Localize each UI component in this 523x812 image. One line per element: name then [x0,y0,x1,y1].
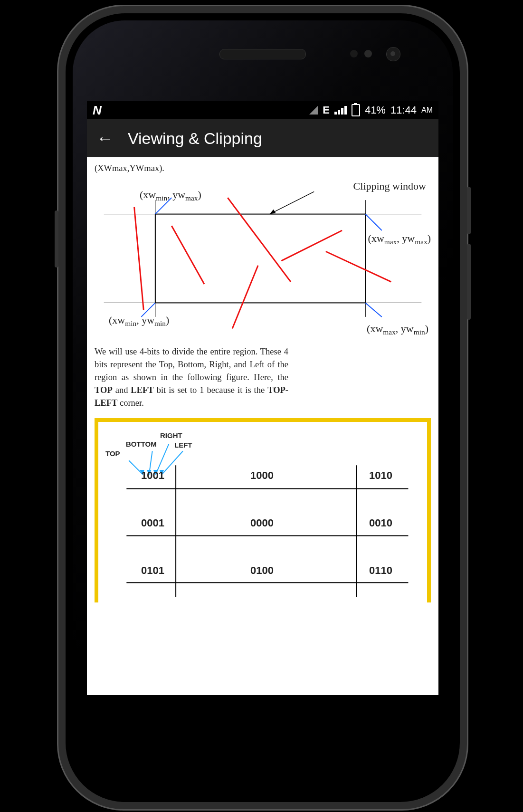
region-codes-figure: TOP BOTTOM RIGHT LEFT 1001 1000 1010 000… [95,418,431,602]
clock-ampm: AM [421,106,433,115]
sensor-dot [364,50,372,57]
page-title: Viewing & Clipping [128,129,262,148]
stage: N E 41% 11:44 AM [0,0,523,812]
partial-text: (XWmax,YWmax). [95,162,431,175]
bit-label-right: RIGHT [160,431,182,439]
phone-frame: N E 41% 11:44 AM [57,5,468,811]
code-tr: 1010 [369,469,392,482]
blank-area [95,602,431,669]
code-mc: 0000 [250,517,274,529]
svg-line-5 [134,207,144,310]
corner-bl-label: (xwmin, ywmin) [109,314,169,328]
code-tc: 1000 [250,469,274,482]
clipping-window-label: Clipping window [353,180,426,192]
document-content[interactable]: (XWmax,YWmax). [87,157,438,669]
bit-label-left: LEFT [174,441,192,449]
clock-time: 11:44 [390,104,417,116]
front-camera [386,47,400,61]
signal-empty-icon [309,106,318,115]
code-bl: 0101 [141,564,164,577]
phone-glass: N E 41% 11:44 AM [73,20,453,795]
svg-rect-4 [155,214,365,303]
battery-level: 41% [365,104,386,116]
side-button [467,244,471,320]
svg-line-15 [270,191,314,214]
code-ml: 0001 [141,517,164,529]
svg-marker-16 [270,210,276,214]
code-bc: 0100 [250,564,274,577]
sensor-dot [350,50,358,57]
svg-line-14 [365,303,381,317]
battery-icon [352,104,360,116]
phone-bezel: N E 41% 11:44 AM [66,13,460,802]
screen: N E 41% 11:44 AM [87,101,438,695]
app-bar: ← Viewing & Clipping [87,119,438,157]
side-button [55,210,58,267]
side-button [467,187,471,234]
bit-label-bottom: BOTTOM [126,440,157,448]
svg-line-7 [228,198,291,282]
signal-bars-icon [334,106,347,115]
svg-line-12 [365,214,381,230]
code-tl: 1001 [141,469,164,482]
back-button[interactable]: ← [96,130,114,147]
svg-line-8 [232,266,258,329]
svg-line-6 [171,226,204,284]
svg-line-9 [281,230,342,261]
clipping-window-figure: Clipping window (xwmin, ywmax) (xwmax, y… [95,180,431,337]
svg-line-10 [326,251,391,282]
corner-tr-label: (xwmax, ywmax) [368,232,431,246]
code-mr: 0010 [369,517,392,529]
network-type: E [323,104,330,116]
speaker-grill [219,49,306,59]
body-paragraph: We will use 4-bits to divide the entire … [95,345,288,409]
code-br: 0110 [369,564,392,577]
corner-tl-label: (xwmin, ywmax) [140,189,201,202]
svg-line-25 [162,451,182,474]
bit-label-top: TOP [105,449,120,458]
android-n-icon: N [93,103,102,118]
status-bar: N E 41% 11:44 AM [87,101,438,119]
corner-br-label: (xwmax, ywmin) [367,323,428,336]
